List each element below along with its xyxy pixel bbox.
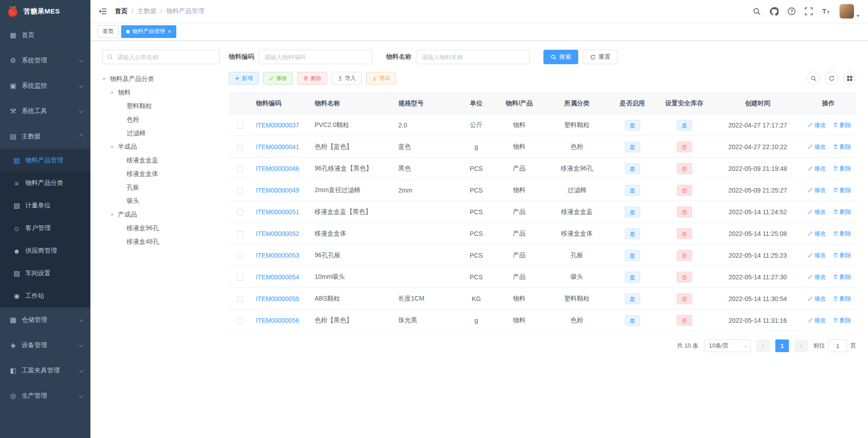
delete-button[interactable]: 删除: [297, 72, 327, 85]
row-edit-link[interactable]: 修改: [808, 165, 826, 173]
item-code-link[interactable]: ITEM00000054: [256, 273, 299, 281]
row-delete-link[interactable]: 删除: [833, 251, 851, 259]
row-checkbox[interactable]: [237, 188, 243, 194]
row-edit-link[interactable]: 修改: [808, 186, 826, 194]
row-checkbox[interactable]: [237, 144, 243, 151]
row-edit-link[interactable]: 修改: [808, 295, 826, 303]
select-all-checkbox[interactable]: [237, 101, 243, 107]
tree-node[interactable]: 移液盒盒体: [102, 167, 220, 181]
sidebar-item[interactable]: ◧ 工装夹具管理: [0, 358, 90, 383]
row-checkbox[interactable]: [237, 209, 243, 216]
item-code-link[interactable]: ITEM00000052: [256, 230, 299, 237]
row-checkbox[interactable]: [237, 253, 243, 259]
item-code-link[interactable]: ITEM00000055: [256, 295, 299, 302]
current-page-button[interactable]: 1: [775, 339, 789, 352]
sidebar-item[interactable]: ▦ 首页: [0, 23, 90, 48]
row-checkbox[interactable]: [237, 231, 243, 237]
avatar[interactable]: [840, 4, 854, 19]
page-tab[interactable]: 首页 ×: [98, 25, 118, 38]
row-edit-link[interactable]: 修改: [808, 251, 826, 259]
user-menu[interactable]: [840, 4, 860, 19]
font-size-icon[interactable]: T T: [822, 7, 830, 15]
item-code-link[interactable]: ITEM00000051: [256, 208, 299, 216]
goto-page-input[interactable]: [828, 339, 847, 352]
tree-node[interactable]: 物料: [102, 86, 220, 99]
row-edit-link[interactable]: 修改: [808, 143, 826, 151]
row-delete-link[interactable]: 删除: [833, 208, 851, 216]
row-edit-link[interactable]: 修改: [808, 316, 826, 325]
row-delete-link[interactable]: 删除: [833, 273, 851, 281]
row-delete-link[interactable]: 删除: [833, 316, 851, 325]
page-tab[interactable]: 物料产品管理 ×: [121, 25, 176, 38]
github-icon[interactable]: [770, 7, 778, 16]
toggle-search-icon-button[interactable]: [807, 71, 820, 85]
item-code-link[interactable]: ITEM00000056: [256, 317, 299, 324]
add-button[interactable]: 新增: [229, 72, 259, 85]
page-size-select[interactable]: 10条/页: [704, 339, 751, 352]
tree-node[interactable]: 产成品: [102, 208, 220, 221]
row-edit-link[interactable]: 修改: [808, 121, 826, 129]
tree-node[interactable]: 物料及产品分类: [102, 72, 220, 86]
row-delete-link[interactable]: 删除: [833, 295, 851, 303]
search-button[interactable]: 搜索: [543, 50, 578, 64]
item-code-link[interactable]: ITEM00000046: [256, 165, 299, 172]
sidebar-item[interactable]: ☻ 供应商管理: [0, 240, 90, 262]
row-delete-link[interactable]: 删除: [833, 165, 851, 173]
sidebar-item[interactable]: ◎ 生产管理: [0, 383, 90, 409]
row-checkbox[interactable]: [237, 296, 243, 302]
sidebar-item[interactable]: ▨ 车间设置: [0, 262, 90, 285]
sidebar-item[interactable]: ☺ 客户管理: [0, 217, 90, 240]
help-icon[interactable]: ?: [788, 7, 796, 15]
prev-page-button[interactable]: ‹: [756, 339, 770, 352]
sidebar-item[interactable]: ▤ 主数据: [0, 124, 90, 149]
item-code-link[interactable]: ITEM00000049: [256, 187, 299, 194]
name-filter-input[interactable]: [416, 50, 530, 64]
sidebar-item[interactable]: ⚙ 系统管理: [0, 48, 90, 73]
sidebar-item[interactable]: ≡ 物料产品分类: [0, 172, 90, 194]
item-code-link[interactable]: ITEM00000041: [256, 143, 299, 151]
fullscreen-icon[interactable]: [805, 7, 813, 15]
column-settings-icon-button[interactable]: [843, 71, 856, 85]
sidebar-item[interactable]: ◉ 工作站: [0, 285, 90, 307]
row-checkbox[interactable]: [237, 274, 243, 281]
row-checkbox[interactable]: [237, 318, 243, 324]
reset-button[interactable]: 重置: [583, 50, 618, 64]
tree-node[interactable]: 色粉: [102, 113, 220, 127]
item-code-link[interactable]: ITEM00000053: [256, 252, 299, 259]
category-search-input[interactable]: [102, 50, 220, 64]
row-delete-link[interactable]: 删除: [833, 121, 851, 129]
app-logo[interactable]: 苦糖果MES: [0, 0, 90, 23]
row-checkbox[interactable]: [237, 122, 243, 129]
tab-close-icon[interactable]: ×: [168, 28, 171, 34]
row-edit-link[interactable]: 修改: [808, 273, 826, 281]
row-edit-link[interactable]: 修改: [808, 230, 826, 238]
import-button[interactable]: 导入: [332, 72, 362, 85]
sidebar-toggle-icon[interactable]: [99, 7, 107, 15]
sidebar-item[interactable]: ⚒ 系统工具: [0, 99, 90, 124]
sidebar-item[interactable]: ▣ 系统监控: [0, 73, 90, 99]
tree-node[interactable]: 移液盒盒盖: [102, 154, 220, 167]
row-checkbox[interactable]: [237, 166, 243, 172]
sidebar-item[interactable]: ▩ 仓储管理: [0, 307, 90, 333]
sidebar-item[interactable]: ◈ 设备管理: [0, 333, 90, 358]
row-edit-link[interactable]: 修改: [808, 208, 826, 216]
breadcrumb-home[interactable]: 首页: [115, 7, 127, 15]
next-page-button[interactable]: ›: [794, 339, 808, 352]
tree-node[interactable]: 过滤棉: [102, 127, 220, 140]
tree-node[interactable]: 孔板: [102, 181, 220, 194]
row-delete-link[interactable]: 删除: [833, 230, 851, 238]
sidebar-item[interactable]: ▥ 物料产品管理: [0, 149, 90, 172]
export-button[interactable]: 导出: [366, 72, 396, 85]
sidebar-item[interactable]: ▧ 计量单位: [0, 194, 90, 217]
tree-node[interactable]: 半成品: [102, 140, 220, 154]
tree-node[interactable]: 塑料颗粒: [102, 99, 220, 113]
header-search-icon[interactable]: [753, 7, 761, 15]
row-delete-link[interactable]: 删除: [833, 143, 851, 151]
tree-node[interactable]: 吸头: [102, 194, 220, 208]
item-code-link[interactable]: ITEM00000037: [256, 122, 299, 129]
refresh-table-icon-button[interactable]: [825, 71, 838, 85]
tree-node[interactable]: 移液盒96孔: [102, 221, 220, 235]
edit-button[interactable]: 修改: [263, 72, 293, 85]
tree-node[interactable]: 移液盒48孔: [102, 235, 220, 249]
row-delete-link[interactable]: 删除: [833, 186, 851, 194]
